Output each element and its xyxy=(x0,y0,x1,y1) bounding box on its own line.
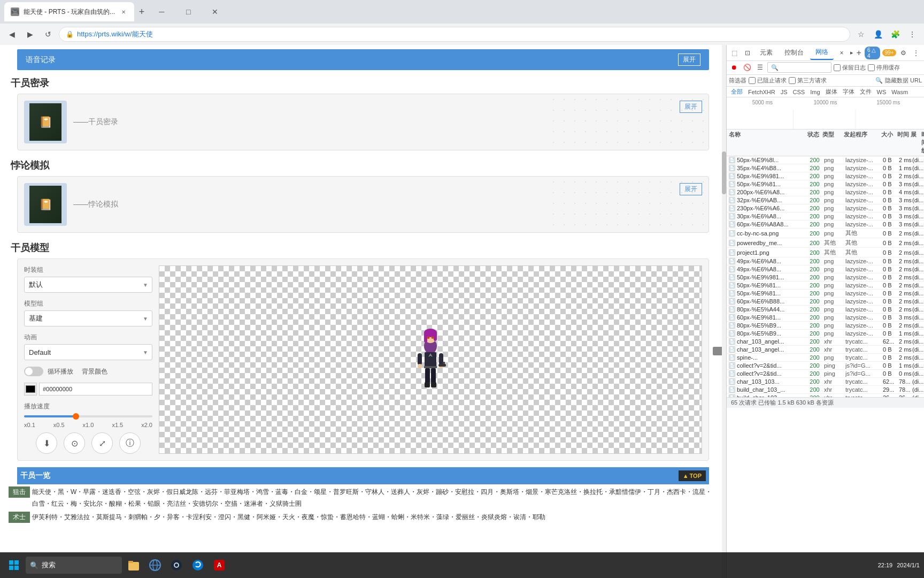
table-row[interactable]: 📄49px-%E6%A8...200pnglazysize-...0 B2 ms… xyxy=(727,265,924,273)
devtools-tab-elements[interactable]: 元素 xyxy=(754,46,778,59)
active-tab[interactable]: 🎮 能天使 - PRTS - 玩家自由筑的... ✕ xyxy=(4,2,134,21)
taskbar-app-red[interactable]: A xyxy=(210,556,229,575)
download-button[interactable]: ⬇ xyxy=(36,432,57,454)
forward-button[interactable]: ▶ xyxy=(22,27,37,42)
table-row[interactable]: 📄60px-%E6%B88...200pnglazysize-...0 B2 m… xyxy=(727,298,924,306)
devtools-tab-close[interactable]: × xyxy=(835,47,849,59)
bookmark-button[interactable]: ☆ xyxy=(853,27,868,42)
type-fetchxhr-button[interactable]: FetchXHR xyxy=(746,88,777,96)
table-row[interactable]: 📄32px-%E6%AB...200pnglazysize-...0 B3 ms… xyxy=(727,196,924,204)
table-row[interactable]: 📄50px-%E9%981...200pnglazysize-...0 B2 m… xyxy=(727,273,924,282)
type-js-button[interactable]: JS xyxy=(779,88,790,96)
table-row[interactable]: 📄80px-%E5%B9...200pnglazysize-...0 B1 ms… xyxy=(727,330,924,338)
close-button[interactable]: ✕ xyxy=(203,3,227,20)
type-css-button[interactable]: CSS xyxy=(791,88,807,96)
taskbar-steam[interactable] xyxy=(167,556,186,575)
table-row[interactable]: 📄80px-%E5%B9...200pnglazysize-...0 B2 ms… xyxy=(727,322,924,330)
table-row[interactable]: 📄50px-%E9%81...200pnglazysize-...0 B2 ms… xyxy=(727,282,924,290)
reload-button[interactable]: ↺ xyxy=(41,27,56,42)
type-all-button[interactable]: 全部 xyxy=(729,87,745,96)
screenshot-button[interactable]: ⊙ xyxy=(64,432,85,454)
color-picker[interactable] xyxy=(24,383,37,396)
devtools-tab-network[interactable]: 网络 xyxy=(810,45,834,60)
table-row[interactable]: 📄char_103_angel...200xhrtrycatc...0 B2 m… xyxy=(727,346,924,354)
voice-record-expand-button[interactable]: 展开 xyxy=(678,54,700,66)
speed-slider-thumb[interactable] xyxy=(73,413,79,420)
table-row[interactable]: 📄60px-%E9%81...200pnglazysize-...0 B3 ms… xyxy=(727,314,924,322)
table-row[interactable]: 📄char_103_103...200xhrtrycatc...62...78.… xyxy=(727,378,924,386)
table-row[interactable]: 📄60px-%E6%A8A8...200pnglazysize-...0 B3 … xyxy=(727,220,924,229)
disable-cache-checkbox[interactable]: 停用缓存 xyxy=(868,64,900,72)
extensions-button[interactable]: 🧩 xyxy=(888,27,903,42)
header-waterfall[interactable]: 时间线 xyxy=(921,131,924,155)
minimize-button[interactable]: ─ xyxy=(149,3,174,20)
table-row[interactable]: 📄build_char_103_...200xhrtrycatc...29...… xyxy=(727,386,924,394)
header-duration[interactable]: 展 xyxy=(911,131,921,155)
type-media-button[interactable]: 媒体 xyxy=(823,87,840,96)
preserve-log-checkbox[interactable]: 保留日志 xyxy=(834,64,866,72)
taskbar-browser[interactable] xyxy=(145,556,165,575)
devtools-more-icon[interactable]: ⋮ xyxy=(910,47,922,59)
network-search-input[interactable] xyxy=(767,62,831,73)
type-font-button[interactable]: 字体 xyxy=(841,87,857,96)
table-row[interactable]: 📄50px-%E9%81...200pnglazysize-...0 B3 ms… xyxy=(727,180,924,188)
table-row[interactable]: 📄30px-%E6%A8...200pnglazysize-...0 B3 ms… xyxy=(727,212,924,220)
speed-slider-track[interactable] xyxy=(24,415,152,417)
table-row[interactable]: 📄spine-...200pngtrycatc...0 B2 ms(di... xyxy=(727,354,924,362)
table-row[interactable]: 📄collect?v=2&tid...200pingjs?id=G...0 B1… xyxy=(727,362,924,370)
model-select[interactable]: 基建 xyxy=(24,310,152,326)
devtools-settings-icon[interactable]: ⚙ xyxy=(897,47,909,59)
back-button[interactable]: ◀ xyxy=(4,27,19,42)
loop-toggle[interactable] xyxy=(24,367,43,376)
disable-cache-check[interactable] xyxy=(868,64,875,71)
header-status[interactable]: 状态 xyxy=(804,131,822,155)
taskbar-file-explorer[interactable] xyxy=(124,556,143,575)
table-row[interactable]: 📄cc-by-nc-sa.png200png其他0 B2 ms(di... xyxy=(727,229,924,238)
devtools-tab-console[interactable]: 控制台 xyxy=(779,46,809,59)
agent-secret-expand-button[interactable]: 展开 xyxy=(680,101,702,113)
header-type[interactable]: 类型 xyxy=(822,131,844,155)
new-tab-button[interactable]: + xyxy=(134,4,149,19)
table-row[interactable]: 📄35px-%E4%B8...200pnglazysize-...0 B1 ms… xyxy=(727,164,924,172)
fullscreen-button[interactable]: ⤢ xyxy=(91,432,113,454)
menu-button[interactable]: ⋮ xyxy=(905,27,920,42)
table-row[interactable]: 📄poweredby_me...200其他其他0 B2 ms(di... xyxy=(727,238,924,248)
third-party-check[interactable] xyxy=(789,77,796,84)
voice-record-bar[interactable]: 语音记录 展开 xyxy=(17,49,709,70)
scrollbar-track[interactable] xyxy=(722,45,726,578)
address-input[interactable]: 🔒 https://prts.wiki/w/能天使 xyxy=(59,27,850,42)
header-initiator[interactable]: 发起程序 xyxy=(844,131,881,155)
filter-icon[interactable]: ☰ xyxy=(754,62,765,73)
taskbar-edge[interactable] xyxy=(188,556,207,575)
type-wasm-button[interactable]: Wasm xyxy=(889,88,910,96)
table-row[interactable]: 📄200px-%E6%A8...200pnglazysize-...0 B4 m… xyxy=(727,188,924,196)
info-button[interactable]: ⓘ xyxy=(119,432,141,454)
maximize-button[interactable]: □ xyxy=(176,3,201,20)
tab-close-button[interactable]: ✕ xyxy=(119,7,128,16)
scrollbar-thumb[interactable] xyxy=(722,151,726,194)
op-list-top[interactable]: ▲ TOP xyxy=(679,470,706,481)
preserve-log-check[interactable] xyxy=(834,64,841,71)
devtools-inspect-icon[interactable]: ⬚ xyxy=(729,47,741,59)
paradox-expand-button[interactable]: 展开 xyxy=(680,183,702,195)
header-name[interactable]: 名称 xyxy=(729,131,804,155)
type-doc-button[interactable]: 文件 xyxy=(858,87,874,96)
profile-button[interactable]: 👤 xyxy=(871,27,886,42)
devtools-more-tabs[interactable]: ▸ xyxy=(850,49,853,56)
table-row[interactable]: 📄50px-%E9%981...200pnglazysize-...0 B2 m… xyxy=(727,172,924,180)
header-size[interactable]: 大小 xyxy=(881,131,897,155)
table-row[interactable]: 📄50px-%E9%81...200pnglazysize-...0 B2 ms… xyxy=(727,290,924,298)
blocked-check[interactable] xyxy=(749,77,756,84)
start-button[interactable] xyxy=(4,556,24,575)
type-img-button[interactable]: Img xyxy=(808,88,822,96)
table-row[interactable]: 📄50px-%E9%8l...200pnglazysize-...0 B2 ms… xyxy=(727,156,924,164)
taskbar-search[interactable]: 🔍 搜索 xyxy=(26,557,122,574)
devtools-console-icon[interactable]: ⊡ xyxy=(742,47,753,59)
type-ws-button[interactable]: WS xyxy=(875,88,889,96)
table-row[interactable]: 📄80px-%E5%A44...200pnglazysize-...0 B2 m… xyxy=(727,306,924,314)
blocked-requests-checkbox[interactable]: 已阻止请求 xyxy=(749,77,787,85)
clear-button[interactable]: 🚫 xyxy=(742,62,752,73)
record-button[interactable]: ⏺ xyxy=(729,62,740,73)
header-time[interactable]: 时间 xyxy=(897,131,911,155)
table-row[interactable]: 📄char_103_angel...200xhrtrycatc...62...2… xyxy=(727,338,924,346)
